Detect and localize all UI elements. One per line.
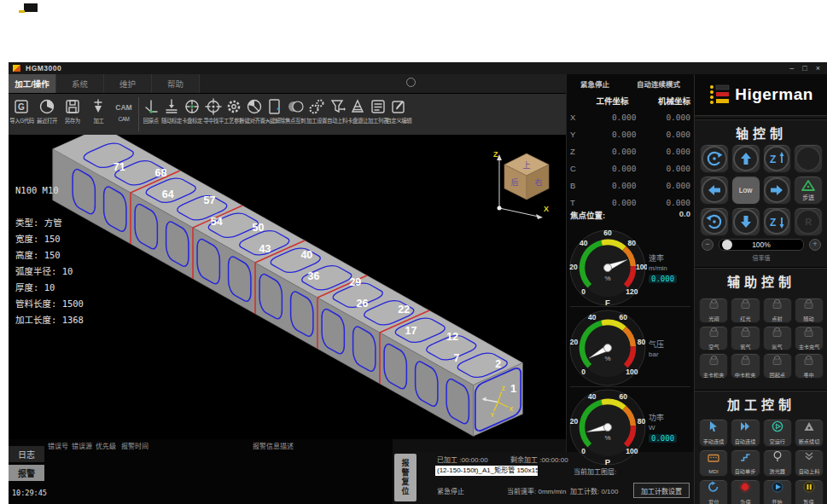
toolbar-item-process-params[interactable]: 工艺参数	[224, 94, 244, 135]
control-panel: Higerman 轴控制 ZLow步进ZR − 100% + 倍率值 辅助控制 …	[694, 74, 827, 504]
toolbar-item-one-key-release[interactable]: *一键解除	[265, 94, 285, 135]
toolbar-item-focus-pierce[interactable]: 焦点互刺	[285, 94, 306, 135]
remaining-time: 剩余加工 :00:00:00	[510, 455, 568, 464]
jog-blank-r-button[interactable]: R	[794, 207, 823, 236]
jog-y-minus-button[interactable]	[731, 207, 760, 236]
machine-coord-value: 0.000	[637, 198, 691, 207]
toolbar-item-save-as[interactable]: 另存为	[60, 94, 85, 135]
jog-c-plus-button[interactable]	[700, 144, 729, 173]
tab-alarm[interactable]: 报警	[9, 465, 44, 481]
laser-icon	[772, 450, 783, 466]
current-file-field[interactable]: (12-150-150t)_A1_矩形管 150x15	[435, 466, 538, 476]
override-slider-knob[interactable]	[722, 240, 732, 250]
toolbar-item-import-gcode[interactable]: G导入G代码	[9, 94, 34, 135]
close-button[interactable]: ×	[816, 62, 820, 74]
jog-speed-low-button[interactable]: Low	[731, 176, 760, 205]
minimize-button[interactable]: –	[789, 62, 794, 74]
auto-single-step-button[interactable]: 自动单步	[731, 449, 760, 478]
gauge-value: 0.000	[649, 275, 677, 283]
svg-text:%: %	[604, 434, 610, 442]
svg-text:G: G	[18, 102, 25, 112]
follow-button[interactable]: 随动	[795, 298, 824, 323]
shutter-button[interactable]: 光闸	[699, 298, 728, 323]
override-minus-button[interactable]: −	[702, 239, 713, 251]
jog-y-plus-button[interactable]	[731, 144, 760, 173]
toolbar-item-process-settings[interactable]: 加工设置	[306, 94, 327, 135]
toolbar-item-process[interactable]: 加工	[85, 94, 111, 135]
nitrogen-button[interactable]: 氮气	[763, 326, 792, 351]
main-chuck-clamp-button[interactable]: 主卡松夹	[699, 353, 728, 379]
jog-step-mode-button[interactable]: 步进	[794, 176, 823, 205]
jog-c-minus-button[interactable]	[700, 207, 729, 236]
estop-button[interactable]: 急停	[731, 479, 760, 504]
toolbar-label: 寻中找平	[203, 116, 224, 124]
toolbar-item-one-key-align[interactable]: 一键对齐置入	[244, 94, 265, 135]
main-chuck-inflate-button[interactable]: 主卡充气	[795, 326, 824, 351]
menu-tab-3[interactable]: 帮助	[152, 74, 200, 93]
toolbar-label: 随动标定	[161, 116, 182, 124]
work-coord-value: 0.000	[582, 181, 637, 190]
main-chuck-clamp-icon	[708, 354, 719, 369]
toolbar-item-chuck-calibration[interactable]: 卡盘标定	[182, 94, 202, 135]
return-start-button[interactable]: 回起点	[763, 353, 792, 379]
toolbar-item-chuck-retreat[interactable]: 卡盘退让	[347, 94, 368, 135]
oxygen-icon	[740, 326, 751, 341]
maximize-button[interactable]: □	[802, 62, 807, 74]
3d-viewport[interactable]: 7168645754504340362926221712721ZXY N100 …	[9, 135, 566, 439]
mdi-button[interactable]: MDI	[699, 449, 728, 478]
toolbar-item-custom-edit[interactable]: 自定义编辑	[388, 94, 409, 135]
override-slider[interactable]: 100%	[719, 239, 804, 251]
proc-control-grid: 手动连续自动连续空运行断点续切MDI自动单步激光器自动上料复位急停开始暂停	[699, 419, 824, 504]
jog-z-plus-button[interactable]: Z	[763, 144, 792, 173]
menu-tab-2[interactable]: 维护	[104, 74, 152, 93]
toolbar-item-centering-level[interactable]: 寻中找平	[203, 94, 224, 135]
dry-run-button[interactable]: 空运行	[763, 419, 792, 447]
breakpoint-resume-button[interactable]: 断点续切	[795, 419, 824, 447]
gauge-unit: bar	[649, 350, 664, 358]
oxygen-button[interactable]: 氧气	[731, 326, 760, 351]
start-button[interactable]: 开始	[763, 479, 792, 504]
mdi-icon	[708, 452, 719, 467]
auto-continuous-button[interactable]: 自动连续	[731, 419, 760, 447]
menu-tab-0[interactable]: 加工/操作	[9, 74, 56, 93]
toolbar-label: 导入G代码	[9, 116, 33, 124]
centering-button[interactable]: 寻中	[795, 353, 824, 379]
jog-x-plus-button[interactable]	[763, 176, 792, 205]
toolbar-item-process-list[interactable]: 加工列表	[368, 94, 388, 135]
toolbar-item-auto-feed[interactable]: 自动上料	[327, 94, 347, 135]
work-coord-value: 0.000	[582, 164, 637, 173]
alarm-col-1: 错误源	[72, 441, 92, 450]
shutter-icon	[708, 298, 719, 313]
orientation-cube[interactable]: 上 后 右 Z X	[482, 142, 566, 223]
toolbar-item-home[interactable]: 回原点	[141, 94, 161, 135]
toolbar-item-cam[interactable]: CAMCAM	[111, 94, 137, 135]
toolbar-item-follow-calibration[interactable]: 随动标定	[161, 94, 182, 135]
manual-continuous-icon	[708, 420, 719, 436]
button-label: 断点续切	[799, 437, 820, 445]
jog-blank-1-button[interactable]	[794, 144, 823, 173]
pause-button[interactable]: 暂停	[795, 479, 824, 504]
axis-letter: C	[570, 164, 582, 173]
svg-text:26: 26	[357, 298, 369, 310]
toolbar-item-recent-open[interactable]: 最近打开	[34, 94, 60, 135]
override-plus-button[interactable]: +	[809, 239, 821, 251]
manual-continuous-button[interactable]: 手动连续	[699, 419, 728, 447]
menu-tab-1[interactable]: 系统	[56, 74, 104, 93]
toolbar-overflow-icon[interactable]	[406, 78, 416, 87]
machine-coord-value: 0.000	[637, 130, 691, 139]
red-light-button[interactable]: 红光	[731, 298, 760, 323]
auto-load-button[interactable]: 自动上料	[795, 449, 824, 478]
air-button[interactable]: 空气	[699, 326, 728, 351]
jog-z-minus-button[interactable]: Z	[763, 207, 792, 236]
alarm-reset-button[interactable]: 报警复位	[394, 454, 416, 501]
gauge-速率: 020406080100120%F 速率 m/min 0.000	[568, 229, 692, 307]
jog-x-minus-button[interactable]	[700, 176, 729, 205]
burst-button[interactable]: 点射	[763, 298, 792, 323]
app-window: HGM3000 – □ × 加工/操作系统维护帮助 G导入G代码最近打开另存为加…	[9, 62, 827, 504]
tab-log[interactable]: 日志	[9, 446, 44, 462]
toolbar-label: 回原点	[143, 116, 159, 124]
mid-chuck-clamp-button[interactable]: 中卡松夹	[731, 353, 760, 379]
reset-button[interactable]: 复位	[699, 479, 728, 504]
laser-button[interactable]: 激光器	[763, 449, 792, 478]
count-settings-button[interactable]: 加工计数设置	[633, 483, 690, 498]
